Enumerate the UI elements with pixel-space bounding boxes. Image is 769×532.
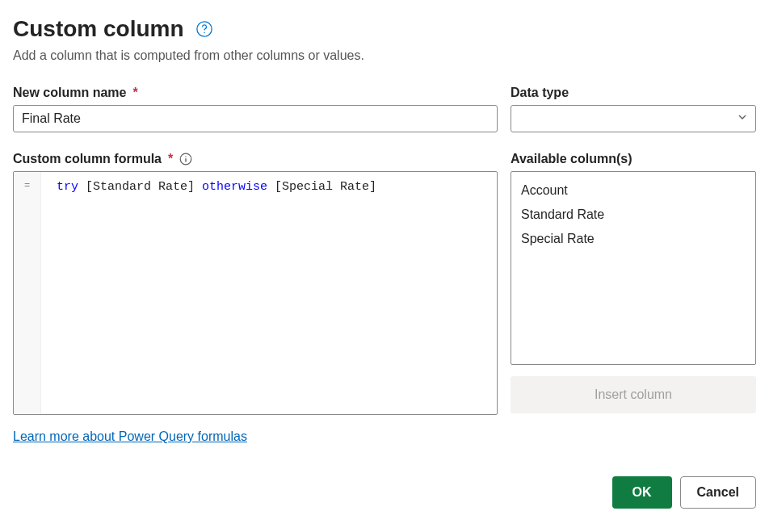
available-columns-label: Available column(s) <box>511 152 756 166</box>
formula-content[interactable]: try [Standard Rate] otherwise [Special R… <box>41 172 497 414</box>
formula-label: Custom column formula* <box>13 152 173 166</box>
page-subtitle: Add a column that is computed from other… <box>13 48 756 63</box>
column-item[interactable]: Account <box>511 178 755 203</box>
info-icon[interactable] <box>179 153 192 165</box>
required-indicator: * <box>168 152 173 166</box>
column-item[interactable]: Special Rate <box>511 227 755 251</box>
formula-gutter: = <box>14 172 41 414</box>
required-indicator: * <box>132 86 137 100</box>
column-item[interactable]: Standard Rate <box>511 203 755 227</box>
svg-point-1 <box>204 32 204 33</box>
insert-column-button: Insert column <box>511 376 756 413</box>
ok-button[interactable]: OK <box>612 476 672 509</box>
svg-point-3 <box>186 156 187 157</box>
help-icon[interactable] <box>195 20 213 38</box>
learn-more-link[interactable]: Learn more about Power Query formulas <box>13 429 247 444</box>
data-type-label: Data type <box>511 86 756 100</box>
cancel-button[interactable]: Cancel <box>680 476 756 509</box>
new-column-name-input[interactable] <box>13 105 498 132</box>
formula-editor[interactable]: = try [Standard Rate] otherwise [Special… <box>13 171 498 415</box>
page-title: Custom column <box>13 16 184 42</box>
new-column-name-label: New column name* <box>13 86 498 100</box>
data-type-select[interactable] <box>511 105 756 132</box>
available-columns-list: Account Standard Rate Special Rate <box>511 171 756 365</box>
